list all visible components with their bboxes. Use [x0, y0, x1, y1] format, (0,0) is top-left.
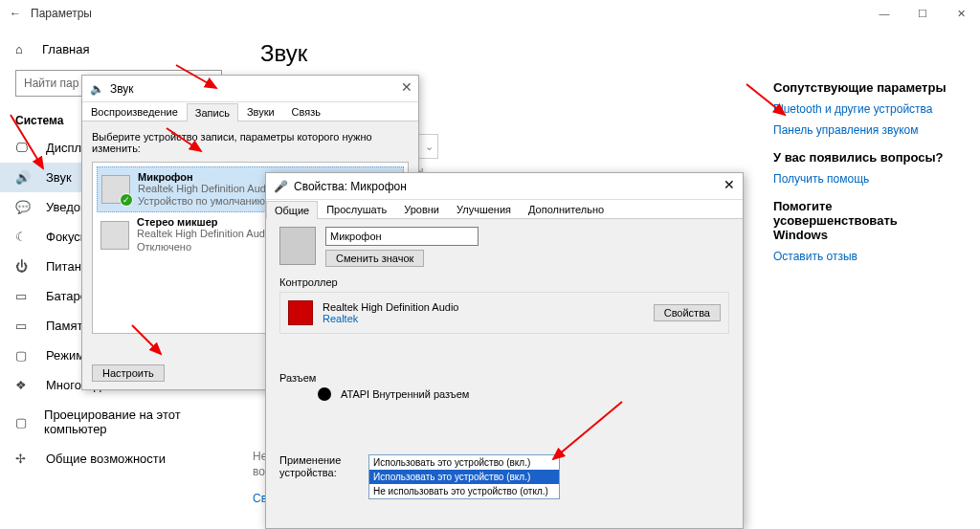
tab-levels[interactable]: Уровни — [395, 200, 448, 218]
tab-advanced[interactable]: Дополнительно — [520, 200, 612, 218]
controller-properties-button[interactable]: Свойства — [654, 304, 721, 321]
notifications-icon: 💬 — [15, 200, 31, 214]
change-icon-button[interactable]: Сменить значок — [325, 250, 424, 267]
device-name-input[interactable] — [325, 227, 479, 246]
right-column: Сопутствующие параметры Bluetooth и друг… — [773, 67, 955, 271]
jack-dot-icon — [318, 387, 331, 401]
usage-dropdown[interactable]: Использовать это устройство (вкл.) Испол… — [368, 454, 560, 499]
close-button[interactable]: ✕ — [942, 0, 980, 27]
usage-option-on-highlighted[interactable]: Использовать это устройство (вкл.) — [369, 470, 559, 484]
multitask-icon: ❖ — [15, 378, 31, 392]
jack-value: ATAPI Внутренний разъем — [341, 388, 469, 400]
tab-enhancements[interactable]: Улучшения — [448, 200, 520, 218]
prop-tabs: Общие Прослушать Уровни Улучшения Дополн… — [266, 200, 743, 219]
battery-icon: ▭ — [15, 289, 31, 303]
related-heading: Сопутствующие параметры — [773, 80, 955, 95]
nav-projecting[interactable]: ▢Проецирование на этот компьютер — [0, 400, 237, 444]
page-title: Звук — [260, 40, 957, 67]
focus-icon: ☾ — [15, 230, 31, 244]
improve-heading: Помогите усовершенствовать Windows — [773, 199, 955, 242]
tab-playback[interactable]: Воспроизведение — [82, 102, 187, 121]
controller-vendor-link[interactable]: Realtek — [323, 313, 358, 324]
link-feedback[interactable]: Оставить отзыв — [773, 250, 955, 263]
shared-icon: ✢ — [15, 452, 31, 466]
projecting-icon: ▢ — [15, 415, 29, 430]
properties-close-button[interactable]: ✕ — [724, 177, 735, 192]
minimize-button[interactable]: — — [865, 0, 903, 27]
mixer-icon — [100, 221, 129, 250]
maximize-button[interactable]: ☐ — [903, 0, 942, 27]
properties-dialog: 🎤 Свойства: Микрофон ✕ Общие Прослушать … — [265, 172, 744, 529]
tab-communications[interactable]: Связь — [283, 102, 329, 121]
usage-option-on[interactable]: Использовать это устройство (вкл.) — [369, 455, 559, 470]
nav-shared[interactable]: ✢Общие возможности — [0, 444, 237, 474]
microphone-icon: ✓ — [101, 175, 130, 204]
recording-hint: Выберите устройство записи, параметры ко… — [92, 131, 409, 154]
settings-title: Параметры — [31, 7, 92, 20]
controller-name: Realtek High Definition Audio — [323, 301, 458, 313]
questions-heading: У вас появились вопросы? — [773, 150, 955, 165]
sound-close-button[interactable]: ✕ — [401, 79, 412, 95]
home-link[interactable]: ⌂Главная — [0, 34, 237, 64]
link-help[interactable]: Получить помощь — [773, 172, 955, 186]
link-sound-panel[interactable]: Панель управления звуком — [773, 123, 955, 137]
configure-button[interactable]: Настроить — [92, 364, 165, 382]
sound-icon: 🔊 — [15, 170, 31, 185]
tab-general[interactable]: Общие — [266, 201, 318, 219]
settings-titlebar: ← Параметры — ☐ ✕ — [0, 0, 980, 27]
tab-listen[interactable]: Прослушать — [318, 200, 395, 218]
speaker-icon: 🔈 — [90, 82, 104, 96]
mic-large-icon — [279, 227, 316, 265]
display-icon: 🖵 — [15, 141, 31, 155]
tab-recording[interactable]: Запись — [187, 103, 238, 121]
properties-title: Свойства: Микрофон — [294, 180, 407, 193]
link-bluetooth[interactable]: Bluetooth и другие устройства — [773, 102, 955, 116]
usage-option-off[interactable]: Не использовать это устройство (откл.) — [369, 484, 559, 498]
power-icon: ⏻ — [15, 259, 31, 274]
tablet-icon: ▢ — [15, 348, 31, 363]
controller-label: Контроллер — [279, 276, 729, 288]
sound-dialog-title: Звук — [110, 82, 134, 96]
home-icon: ⌂ — [15, 42, 31, 56]
storage-icon: ▭ — [15, 319, 31, 333]
tab-sounds[interactable]: Звуки — [238, 102, 283, 121]
realtek-icon — [288, 300, 313, 325]
sound-tabs: Воспроизведение Запись Звуки Связь — [82, 102, 418, 121]
back-button[interactable]: ← — [8, 7, 23, 20]
mic-small-icon: 🎤 — [274, 180, 288, 193]
usage-label: Применение устройства: — [279, 454, 366, 479]
jack-label: Разъем — [279, 372, 729, 384]
